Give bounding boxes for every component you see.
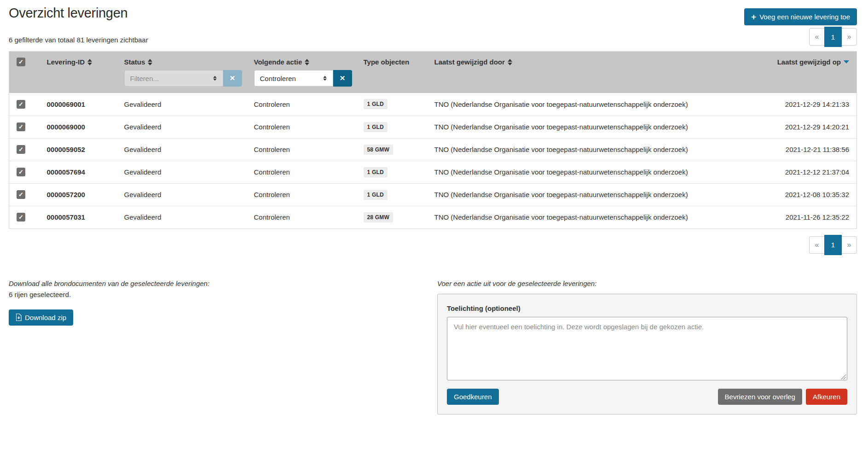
row-checkbox[interactable]: ✓: [17, 213, 25, 222]
row-checkbox[interactable]: ✓: [17, 122, 25, 131]
row-checkbox[interactable]: ✓: [17, 190, 25, 199]
column-header-gewijzigd-op[interactable]: Laatst gewijzigd op: [756, 52, 857, 69]
gewijzigd-op-cell: 2021-12-21 11:38:56: [756, 138, 857, 161]
volgende-actie-filter-value: Controleren: [260, 75, 296, 82]
table-body: ✓ 0000069001 Gevalideerd Controleren 1 G…: [9, 93, 857, 228]
page-header: Overzicht leveringen + Voeg een nieuwe l…: [9, 6, 857, 25]
column-label: Laatst gewijzigd op: [777, 58, 841, 66]
column-label: Type objecten: [364, 58, 410, 66]
levering-id-cell: 0000059052: [40, 138, 117, 161]
download-icon: [16, 314, 22, 321]
type-badge: 28 GMW: [364, 212, 393, 222]
selected-count: 6 rijen geselecteerd.: [9, 291, 209, 298]
prev-page-button[interactable]: «: [810, 237, 824, 253]
toelichting-textarea[interactable]: [447, 317, 847, 380]
row-checkbox[interactable]: ✓: [17, 100, 25, 109]
download-section: Download alle brondocumenten van de gese…: [9, 280, 209, 326]
status-filter-cell: Filteren... ✕: [117, 68, 247, 93]
row-checkbox-cell: ✓: [9, 138, 40, 161]
next-page-button[interactable]: »: [842, 29, 856, 45]
table-row[interactable]: ✓ 0000057200 Gevalideerd Controleren 1 G…: [9, 183, 857, 206]
action-buttons: Goedkeuren Bevriezen voor overleg Afkeur…: [447, 389, 847, 405]
type-badge: 58 GMW: [364, 145, 393, 155]
type-badge: 1 GLD: [364, 190, 388, 200]
current-page-button[interactable]: 1: [824, 235, 842, 255]
table-row[interactable]: ✓ 0000069001 Gevalideerd Controleren 1 G…: [9, 93, 857, 116]
status-filter-select[interactable]: Filteren...: [124, 70, 223, 87]
column-label: Volgende actie: [254, 58, 302, 66]
volgende-actie-cell: Controleren: [247, 93, 356, 116]
current-page-button[interactable]: 1: [824, 27, 842, 47]
volgende-actie-cell: Controleren: [247, 138, 356, 161]
volgende-actie-cell: Controleren: [247, 206, 356, 228]
column-header-gewijzigd-door[interactable]: Laatst gewijzigd door: [427, 52, 756, 69]
resize-grip-icon[interactable]: [841, 374, 846, 379]
column-header-volgende-actie[interactable]: Volgende actie: [247, 52, 356, 69]
volgende-actie-filter-cell: Controleren ✕: [247, 68, 356, 93]
type-objecten-cell: 1 GLD: [356, 183, 427, 206]
column-header-levering-id[interactable]: Levering-ID: [40, 52, 117, 69]
table-row[interactable]: ✓ 0000069000 Gevalideerd Controleren 1 G…: [9, 116, 857, 138]
sort-desc-icon: [844, 60, 849, 64]
download-zip-label: Download zip: [25, 314, 66, 321]
next-page-button[interactable]: »: [842, 237, 856, 253]
gewijzigd-op-cell: 2021-12-29 14:20:21: [756, 116, 857, 138]
type-objecten-cell: 1 GLD: [356, 161, 427, 183]
row-checkbox-cell: ✓: [9, 116, 40, 138]
row-checkbox[interactable]: ✓: [17, 168, 25, 176]
levering-id-cell: 0000057694: [40, 161, 117, 183]
status-cell: Gevalideerd: [117, 116, 247, 138]
action-heading: Voer een actie uit voor de geselecteerde…: [437, 280, 857, 287]
levering-id-cell: 0000069000: [40, 116, 117, 138]
type-objecten-cell: 58 GMW: [356, 138, 427, 161]
sort-icon: [87, 59, 92, 65]
pagination-bottom: « 1 »: [809, 236, 857, 254]
table-header: ✓ Levering-ID Status Volgende: [9, 52, 857, 93]
select-all-checkbox[interactable]: ✓: [17, 58, 25, 66]
gewijzigd-op-cell: 2021-12-29 14:21:33: [756, 93, 857, 116]
row-checkbox[interactable]: ✓: [17, 145, 25, 154]
bottom-section: Download alle brondocumenten van de gese…: [9, 280, 857, 414]
status-cell: Gevalideerd: [117, 93, 247, 116]
download-zip-button[interactable]: Download zip: [9, 309, 73, 326]
gewijzigd-door-cell: TNO (Nederlandse Organisatie voor toegep…: [427, 206, 756, 228]
row-checkbox-cell: ✓: [9, 161, 40, 183]
action-section: Voer een actie uit voor de geselecteerde…: [437, 280, 857, 414]
freeze-button[interactable]: Bevriezen voor overleg: [718, 389, 802, 405]
select-arrows-icon: [323, 76, 327, 81]
volgende-actie-filter-select[interactable]: Controleren: [254, 70, 333, 87]
type-objecten-cell: 28 GMW: [356, 206, 427, 228]
type-badge: 1 GLD: [364, 122, 388, 132]
volgende-actie-cell: Controleren: [247, 183, 356, 206]
add-delivery-button[interactable]: + Voeg een nieuwe levering toe: [744, 8, 857, 25]
filter-summary: 6 gefilterde van totaal 81 leveringen zi…: [9, 36, 148, 44]
type-badge: 1 GLD: [364, 99, 388, 109]
row-checkbox-cell: ✓: [9, 206, 40, 228]
status-cell: Gevalideerd: [117, 206, 247, 228]
gewijzigd-op-cell: 2021-11-26 12:35:22: [756, 206, 857, 228]
status-filter-clear-button[interactable]: ✕: [223, 70, 242, 87]
status-cell: Gevalideerd: [117, 161, 247, 183]
reject-button[interactable]: Afkeuren: [806, 389, 847, 405]
prev-page-button[interactable]: «: [810, 29, 824, 45]
page: Overzicht leveringen + Voeg een nieuwe l…: [0, 0, 868, 414]
table-row[interactable]: ✓ 0000059052 Gevalideerd Controleren 58 …: [9, 138, 857, 161]
plus-icon: +: [751, 12, 756, 21]
select-all-cell: ✓: [9, 52, 40, 69]
levering-id-cell: 0000057031: [40, 206, 117, 228]
gewijzigd-door-cell: TNO (Nederlandse Organisatie voor toegep…: [427, 138, 756, 161]
gewijzigd-door-cell: TNO (Nederlandse Organisatie voor toegep…: [427, 161, 756, 183]
table-row[interactable]: ✓ 0000057031 Gevalideerd Controleren 28 …: [9, 206, 857, 228]
deliveries-table: ✓ Levering-ID Status Volgende: [9, 51, 857, 229]
column-header-status[interactable]: Status: [117, 52, 247, 69]
gewijzigd-door-cell: TNO (Nederlandse Organisatie voor toegep…: [427, 183, 756, 206]
approve-button[interactable]: Goedkeuren: [447, 389, 499, 405]
column-header-type-objecten: Type objecten: [356, 52, 427, 69]
row-checkbox-cell: ✓: [9, 93, 40, 116]
volgende-actie-cell: Controleren: [247, 116, 356, 138]
table-row[interactable]: ✓ 0000057694 Gevalideerd Controleren 1 G…: [9, 161, 857, 183]
column-label: Levering-ID: [47, 58, 85, 66]
volgende-actie-filter-clear-button[interactable]: ✕: [333, 70, 352, 87]
column-label: Status: [124, 58, 145, 66]
toelichting-label: Toelichting (optioneel): [447, 304, 847, 312]
